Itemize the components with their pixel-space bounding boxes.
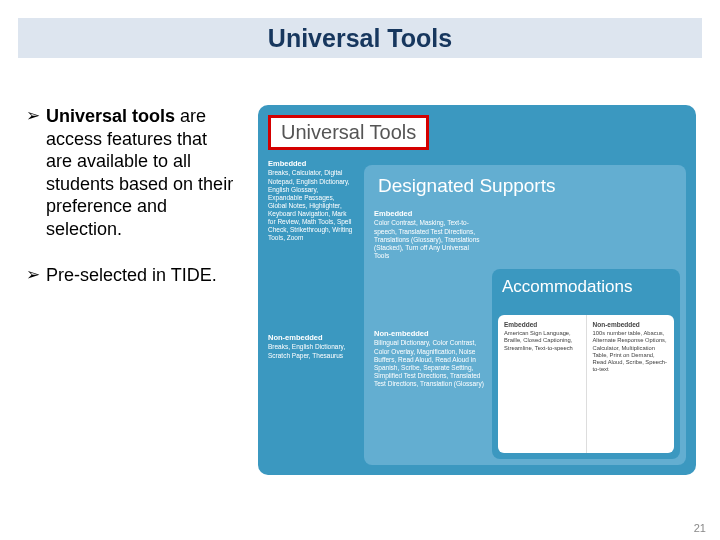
designated-supports-label: Designated Supports [364, 165, 686, 197]
designated-nonembedded: Non-embedded Bilingual Dictionary, Color… [374, 329, 484, 388]
bullet-arrow-icon: ➢ [26, 264, 40, 287]
universal-nonembedded: Non-embedded Breaks, English Dictionary,… [268, 333, 354, 360]
slide-title: Universal Tools [268, 24, 452, 53]
accommodations-box: Accommodations Embedded American Sign La… [492, 269, 680, 459]
tools-diagram: Universal Tools Embedded Breaks, Calcula… [258, 105, 696, 475]
designated-supports-box: Designated Supports Embedded Color Contr… [364, 165, 686, 465]
universal-tools-label: Universal Tools [268, 115, 429, 150]
universal-embedded: Embedded Breaks, Calculator, Digital Not… [268, 159, 354, 243]
bullet-list: ➢ Universal tools are access features th… [26, 105, 236, 311]
accommodations-nonembedded: Non-embedded 100s number table, Abacus, … [586, 315, 675, 453]
accommodations-label: Accommodations [492, 269, 680, 297]
bullet-item: ➢ Universal tools are access features th… [26, 105, 236, 240]
title-bar: Universal Tools [18, 18, 702, 58]
designated-embedded: Embedded Color Contrast, Masking, Text-t… [374, 209, 484, 260]
bullet-text: Pre-selected in TIDE. [46, 264, 236, 287]
bullet-arrow-icon: ➢ [26, 105, 40, 240]
page-number: 21 [694, 522, 706, 534]
bullet-item: ➢ Pre-selected in TIDE. [26, 264, 236, 287]
accommodations-embedded: Embedded American Sign Language, Braille… [498, 315, 586, 453]
accommodations-row: Embedded American Sign Language, Braille… [498, 315, 674, 453]
bullet-text: Universal tools are access features that… [46, 105, 236, 240]
